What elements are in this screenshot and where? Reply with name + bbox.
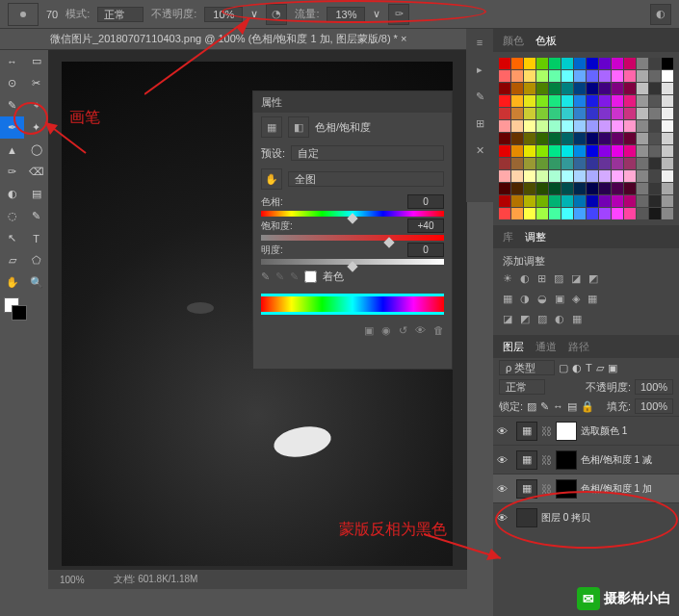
swatch[interactable]	[662, 158, 673, 169]
swatch[interactable]	[561, 158, 573, 169]
tool-4-1[interactable]: ◯	[24, 139, 48, 161]
swatch[interactable]	[574, 108, 586, 119]
lock-pos-icon[interactable]: ✎	[540, 400, 549, 413]
swatch[interactable]	[511, 108, 523, 119]
swatch[interactable]	[649, 95, 661, 107]
swatch[interactable]	[524, 83, 535, 94]
swatch[interactable]	[561, 108, 573, 119]
swatch[interactable]	[511, 145, 523, 157]
swatch[interactable]	[612, 183, 623, 194]
swatch[interactable]	[649, 170, 661, 182]
swatch[interactable]	[599, 58, 611, 69]
tool-8-1[interactable]: T	[24, 227, 48, 249]
swatch[interactable]	[499, 70, 510, 82]
lock-artboard-icon[interactable]: 🔒	[581, 400, 594, 413]
swatch[interactable]	[561, 183, 573, 194]
swatch[interactable]	[662, 108, 673, 119]
swatch[interactable]	[649, 120, 661, 132]
swatch[interactable]	[511, 170, 523, 182]
tool-0-1[interactable]: ▭	[24, 50, 48, 72]
swatch[interactable]	[524, 208, 535, 219]
swatch[interactable]	[511, 195, 523, 207]
tool-0-0[interactable]: ↔	[0, 50, 24, 72]
swatch[interactable]	[612, 170, 623, 182]
swatch[interactable]	[612, 70, 623, 82]
swatch[interactable]	[587, 145, 598, 157]
swatch[interactable]	[612, 195, 623, 207]
swatch[interactable]	[524, 195, 535, 207]
zoom-readout[interactable]: 100%	[60, 575, 85, 585]
brush-preset-picker[interactable]	[8, 3, 39, 26]
swatch[interactable]	[536, 183, 548, 194]
swatch[interactable]	[637, 83, 648, 94]
swatch[interactable]	[612, 208, 623, 219]
swatches-grid[interactable]	[493, 52, 679, 225]
swatch[interactable]	[574, 158, 586, 169]
swatch[interactable]	[549, 83, 561, 94]
opacity-field[interactable]: 10%	[204, 7, 243, 22]
swatch[interactable]	[587, 208, 598, 219]
swatch[interactable]	[549, 145, 561, 157]
swatch[interactable]	[649, 195, 661, 207]
adjustment-thumb[interactable]: ▦	[516, 450, 537, 470]
swatch[interactable]	[536, 133, 548, 144]
mask-thumb[interactable]	[556, 422, 577, 441]
swatch[interactable]	[561, 83, 573, 94]
swatch[interactable]	[624, 208, 636, 219]
swatch[interactable]	[536, 120, 548, 132]
swatch[interactable]	[599, 195, 611, 207]
swatch[interactable]	[574, 95, 586, 107]
fill-field[interactable]: 100%	[635, 398, 673, 414]
swatch[interactable]	[499, 158, 510, 169]
swatch[interactable]	[662, 208, 673, 219]
swatch[interactable]	[662, 133, 673, 144]
swatch[interactable]	[649, 58, 661, 69]
swatch[interactable]	[511, 95, 523, 107]
swatch[interactable]	[587, 83, 598, 94]
swatch[interactable]	[561, 133, 573, 144]
swatch[interactable]	[624, 95, 636, 107]
swatch[interactable]	[511, 120, 523, 132]
swatch[interactable]	[662, 83, 673, 94]
layer-blend-select[interactable]: 正常	[499, 379, 545, 395]
swatch[interactable]	[524, 58, 535, 69]
swatch[interactable]	[649, 158, 661, 169]
visibility-icon[interactable]: 👁	[497, 425, 512, 437]
swatch[interactable]	[637, 158, 648, 169]
swatch[interactable]	[524, 133, 535, 144]
swatch[interactable]	[499, 83, 510, 94]
swatch[interactable]	[587, 58, 598, 69]
swatch[interactable]	[599, 83, 611, 94]
tool-7-1[interactable]: ✎	[24, 205, 48, 227]
swatch[interactable]	[599, 70, 611, 82]
mask-thumb[interactable]	[556, 450, 577, 470]
swatch[interactable]	[511, 183, 523, 194]
tool-2-1[interactable]: ⌖	[24, 94, 48, 116]
tool-7-0[interactable]: ◌	[0, 205, 24, 227]
tool-3-0[interactable]: ✒	[0, 116, 24, 139]
swatch[interactable]	[612, 158, 623, 169]
swatch[interactable]	[499, 95, 510, 107]
swatch[interactable]	[624, 120, 636, 132]
swatch[interactable]	[574, 145, 586, 157]
sat-value[interactable]: +40	[407, 218, 444, 233]
swatch[interactable]	[612, 120, 623, 132]
link-icon[interactable]: ⛓	[541, 425, 552, 437]
swatch[interactable]	[574, 120, 586, 132]
swatch[interactable]	[549, 95, 561, 107]
swatch[interactable]	[549, 58, 561, 69]
swatch[interactable]	[561, 58, 573, 69]
swatch[interactable]	[536, 158, 548, 169]
visibility-icon[interactable]: 👁	[497, 454, 512, 466]
pressure-size-icon[interactable]: ◐	[650, 4, 671, 25]
swatch[interactable]	[549, 195, 561, 207]
swatch[interactable]	[499, 170, 510, 182]
lock-pixels-icon[interactable]: ↔	[553, 400, 563, 412]
swatch[interactable]	[612, 95, 623, 107]
swatch[interactable]	[536, 208, 548, 219]
swatch[interactable]	[574, 195, 586, 207]
swatch[interactable]	[549, 120, 561, 132]
swatch[interactable]	[624, 58, 636, 69]
swatch[interactable]	[599, 183, 611, 194]
adjustment-thumb[interactable]: ▦	[516, 422, 537, 441]
